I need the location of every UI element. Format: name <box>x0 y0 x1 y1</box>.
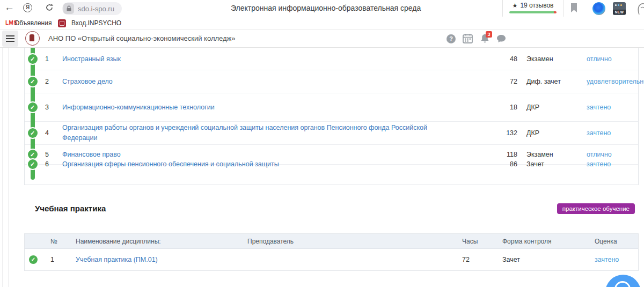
new-badge: NEW <box>613 10 626 14</box>
course-number: 2 <box>45 78 57 85</box>
course-name-link[interactable]: Организация работы органов и учреждений … <box>62 123 427 143</box>
practice-table-header: № Наименование дисциплины: Преподаватель… <box>25 234 638 249</box>
course-name-link[interactable]: Страховое дело <box>62 77 427 87</box>
col-header-grade: Оценка <box>595 238 617 245</box>
course-control-form: Экзамен <box>526 151 553 158</box>
course-name-link[interactable]: Финансовое право <box>62 150 427 160</box>
lock-icon[interactable] <box>63 3 74 14</box>
status-check-icon <box>27 101 39 113</box>
browser-window: ← Я sdo.i-spo.ru Электронная информацион… <box>0 0 644 287</box>
course-row: 4 Организация работы органов и учреждени… <box>25 122 638 145</box>
bookmark-item-login[interactable]: Вход.INPSYCHO <box>71 19 121 27</box>
course-hours: 132 <box>501 129 517 137</box>
content-border-line <box>8 48 9 287</box>
status-check-icon <box>27 76 39 87</box>
col-header-name: Наименование дисциплины: <box>76 238 161 245</box>
course-row: 6 Организация сферы пенсионного обеспече… <box>25 164 638 165</box>
status-check-icon <box>27 127 39 139</box>
course-name-link[interactable]: Организация сферы пенсионного обеспечени… <box>62 159 427 170</box>
course-grade-link[interactable]: зачтено <box>587 160 611 168</box>
course-row: 3 Информационно-коммуникационные техноло… <box>25 93 638 122</box>
course-grade-link[interactable]: отлично <box>587 151 612 158</box>
star-icon: ★ <box>513 2 518 9</box>
chat-icon[interactable] <box>496 34 506 45</box>
col-header-num: № <box>50 238 57 245</box>
college-name: АНО ПО «Открытый социально-экономический… <box>48 30 236 48</box>
help-icon[interactable]: ? <box>447 34 456 43</box>
course-control-form: Диф. зачет <box>526 78 561 85</box>
course-row: 1 Иностранный язык 48 Экзамен отлично <box>25 48 638 70</box>
course-grade-link[interactable]: отлично <box>587 55 612 63</box>
browser-toolbar: ← Я sdo.i-spo.ru Электронная информацион… <box>0 0 644 17</box>
hours-cell: 72 <box>462 256 470 263</box>
page-edge-line <box>2 48 3 287</box>
chat-fab-icon <box>614 281 631 287</box>
notification-badge: 3 <box>486 31 492 38</box>
course-control-form: ДКР <box>526 104 539 111</box>
extension-icon[interactable] <box>592 2 605 15</box>
bookmark-favicon[interactable] <box>58 19 66 27</box>
rating-bar <box>509 11 557 13</box>
new-icon-art <box>615 4 622 6</box>
course-control-form: ДКР <box>526 129 539 137</box>
support-chat-button[interactable] <box>605 275 641 287</box>
back-icon[interactable]: ← <box>4 2 14 13</box>
course-grade-link[interactable]: удовлетворительно <box>587 78 644 85</box>
status-check-icon <box>28 254 39 265</box>
course-hours: 18 <box>501 104 517 111</box>
bookmarks-bar: LMS Объявления Вход.INPSYCHO <box>0 17 644 30</box>
course-hours: 86 <box>501 160 517 168</box>
bookmark-flag-icon[interactable] <box>570 3 578 16</box>
course-name-link[interactable]: Иностранный язык <box>62 54 427 64</box>
course-number: 3 <box>45 104 57 111</box>
page-title: Электронная информационно-образовательна… <box>231 4 421 12</box>
course-control-form: Зачет <box>526 160 544 168</box>
course-number: 6 <box>45 160 57 168</box>
status-check-icon <box>27 158 39 170</box>
course-number: 1 <box>45 55 57 63</box>
app-header: АНО ПО «Открытый социально-экономический… <box>0 30 644 48</box>
url-text: sdo.i-spo.ru <box>78 5 114 13</box>
grade-link[interactable]: зачтено <box>595 256 619 263</box>
course-row: 2 Страховое дело 72 Диф. зачет удовлетво… <box>25 70 638 93</box>
course-hours: 118 <box>501 151 517 158</box>
college-logo <box>25 31 40 46</box>
bookmark-item-announcements[interactable]: Объявления <box>14 19 52 27</box>
calendar-icon[interactable] <box>463 33 473 46</box>
yandex-icon[interactable]: Я <box>23 3 32 12</box>
refresh-icon[interactable] <box>45 3 54 14</box>
col-header-hours: Часы <box>462 238 478 245</box>
row-number: 1 <box>50 256 54 263</box>
section-title: Учебная практика <box>35 204 106 213</box>
course-hours: 72 <box>501 78 517 85</box>
practice-name-link[interactable]: Учебная практика (ПМ.01) <box>76 256 158 263</box>
table-row: 1 Учебная практика (ПМ.01) 72 Зачет зачт… <box>25 249 638 270</box>
course-grade-link[interactable]: зачтено <box>587 104 611 111</box>
form-cell: Зачет <box>502 256 520 263</box>
course-number: 5 <box>45 151 57 158</box>
practice-type-badge: практическое обучение <box>557 203 635 214</box>
address-bar[interactable]: sdo.i-spo.ru <box>62 2 122 15</box>
courses-panel: 1 Иностранный язык 48 Экзамен отлично 2 … <box>24 48 639 185</box>
course-grade-link[interactable]: зачтено <box>587 129 611 137</box>
course-name-link[interactable]: Информационно-коммуникационные технологи… <box>62 102 427 113</box>
extension-icon-partial[interactable] <box>636 2 644 18</box>
practice-table-body: 1 Учебная практика (ПМ.01) 72 Зачет зачт… <box>25 249 638 270</box>
practice-table: № Наименование дисциплины: Преподаватель… <box>24 233 639 271</box>
col-header-form: Форма контроля <box>502 238 552 245</box>
course-hours: 48 <box>501 55 517 63</box>
reviews-button[interactable]: ★ 19 отзывов <box>502 0 564 17</box>
new-extension-icon[interactable]: NEW <box>613 2 626 15</box>
course-control-form: Экзамен <box>526 55 553 63</box>
course-number: 4 <box>45 129 57 137</box>
menu-icon[interactable] <box>2 31 18 47</box>
status-check-icon <box>27 53 39 65</box>
col-header-teacher: Преподаватель <box>247 238 294 245</box>
reviews-label: 19 отзывов <box>520 2 553 9</box>
